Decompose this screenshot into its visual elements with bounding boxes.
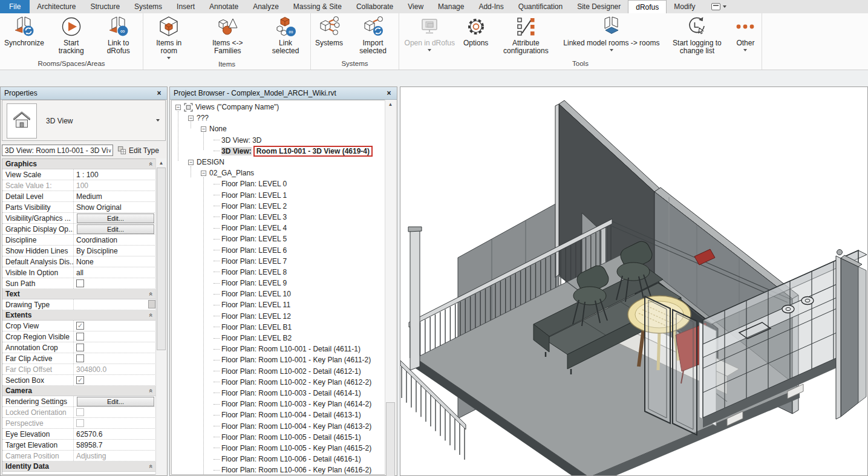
items-families-button[interactable]: Items <-> Families: [194, 15, 261, 56]
tree-item[interactable]: Floor Plan: LEVEL 4: [172, 223, 385, 233]
property-value[interactable]: Adjusting: [74, 451, 156, 461]
checkbox-checked[interactable]: ✓: [76, 322, 84, 330]
other-button[interactable]: Other: [730, 15, 760, 52]
tab-site-designer[interactable]: Site Designer: [570, 0, 628, 13]
properties-panel-header[interactable]: Properties ×: [1, 87, 167, 100]
tree-item[interactable]: Floor Plan: LEVEL 12: [172, 311, 385, 322]
edit-button[interactable]: Edit...: [77, 214, 154, 223]
tab-architecture[interactable]: Architecture: [30, 0, 83, 13]
tab-insert[interactable]: Insert: [169, 0, 202, 13]
tree-item[interactable]: Floor Plan: LEVEL 3: [172, 212, 385, 223]
tab-view[interactable]: View: [400, 0, 431, 13]
tree-item[interactable]: Floor Plan: LEVEL 8: [172, 267, 385, 278]
checkbox-unchecked[interactable]: [76, 333, 84, 341]
tree-expander[interactable]: −: [188, 160, 194, 165]
property-value[interactable]: 1 : 100: [74, 169, 156, 180]
property-value[interactable]: By Discipline: [74, 246, 156, 256]
checkbox-unchecked[interactable]: [76, 279, 84, 287]
scrollbar-thumb[interactable]: [157, 168, 166, 350]
tree-item[interactable]: −Views ("Company Name"): [172, 102, 385, 112]
tab-drofus[interactable]: dRofus: [628, 0, 667, 13]
property-value[interactable]: Show Original: [74, 202, 156, 212]
tree-item[interactable]: Floor Plan: LEVEL 2: [172, 201, 385, 212]
property-value[interactable]: Coordination: [74, 235, 156, 245]
property-value[interactable]: Medium: [74, 191, 156, 201]
tree-item[interactable]: Floor Plan: Room L10-001 - Key Plan (461…: [172, 354, 385, 365]
tree-item[interactable]: Floor Plan: LEVEL B2: [172, 333, 385, 344]
checkbox-unchecked[interactable]: [76, 344, 84, 351]
property-value[interactable]: Edit...: [74, 213, 156, 223]
tab-quantification[interactable]: Quantification: [511, 0, 570, 13]
options-button[interactable]: Options: [459, 15, 492, 48]
tree-item[interactable]: Floor Plan: LEVEL 1: [172, 190, 385, 201]
tab-massing-site[interactable]: Massing & Site: [286, 0, 349, 13]
tab-manage[interactable]: Manage: [431, 0, 471, 13]
section-header-camera[interactable]: Camera«: [2, 386, 156, 396]
systems-button[interactable]: Systems: [311, 15, 347, 48]
property-value[interactable]: [74, 418, 156, 428]
tree-item[interactable]: −None: [172, 123, 385, 134]
property-value[interactable]: 62570.6: [74, 429, 156, 439]
tree-item[interactable]: Floor Plan: Room L10-001 - Detail (4611-…: [172, 344, 385, 354]
tab-file[interactable]: File: [0, 0, 30, 13]
type-selector[interactable]: 3D View: [2, 100, 166, 141]
tab-add-ins[interactable]: Add-Ins: [471, 0, 511, 13]
section-header-identity-data[interactable]: Identity Data«: [2, 461, 156, 472]
tree-expander[interactable]: −: [188, 116, 194, 121]
property-value[interactable]: 304800.0: [74, 364, 156, 374]
property-value[interactable]: Edit...: [74, 396, 156, 406]
instance-combo[interactable]: 3D View: Room L10-001 - 3D Vi ∨: [2, 145, 113, 156]
property-value[interactable]: ✓: [74, 321, 156, 331]
tree-item[interactable]: Floor Plan: Room L10-002 - Detail (4612-…: [172, 366, 385, 377]
import-selected-button[interactable]: Import selected: [347, 15, 399, 56]
property-value[interactable]: 100: [74, 180, 156, 191]
tree-item[interactable]: Floor Plan: LEVEL B1: [172, 322, 385, 333]
checkbox-unchecked[interactable]: [76, 419, 84, 427]
property-value[interactable]: [74, 342, 156, 353]
items-in-room-button[interactable]: Items in room: [143, 15, 194, 60]
edit-type-button[interactable]: Edit Type: [117, 146, 159, 155]
tree-item[interactable]: −02_GA_Plans: [172, 168, 385, 178]
close-icon[interactable]: ×: [385, 89, 393, 97]
scroll-up-icon[interactable]: ▲: [385, 100, 396, 108]
project-browser-scrollbar[interactable]: ▲: [385, 100, 396, 475]
3d-room-view[interactable]: [400, 86, 868, 476]
attribute-configurations-button[interactable]: Attribute configurations: [492, 15, 559, 56]
property-value[interactable]: [74, 407, 156, 417]
project-browser-header[interactable]: Project Browser - Complex_Model_ARCH_Wik…: [170, 87, 397, 100]
tree-item[interactable]: Floor Plan: Room L10-006 - Key Plan (461…: [172, 465, 385, 475]
section-header-text[interactable]: Text«: [2, 289, 156, 299]
tree-item[interactable]: Floor Plan: LEVEL 10: [172, 289, 385, 299]
tab-systems[interactable]: Systems: [127, 0, 169, 13]
tree-item[interactable]: Floor Plan: Room L10-003 - Key Plan (461…: [172, 399, 385, 409]
tree-item[interactable]: −???: [172, 112, 385, 123]
tab-annotate[interactable]: Annotate: [202, 0, 246, 13]
synchronize-button[interactable]: Synchronize: [0, 15, 48, 48]
tree-item[interactable]: Floor Plan: LEVEL 9: [172, 278, 385, 289]
property-value[interactable]: [74, 278, 156, 289]
edit-button[interactable]: Edit...: [77, 224, 154, 234]
properties-scrollbar[interactable]: ▲: [155, 158, 166, 475]
tree-item[interactable]: Floor Plan: LEVEL 5: [172, 233, 385, 244]
tab-analyze[interactable]: Analyze: [246, 0, 286, 13]
tree-item[interactable]: Floor Plan: LEVEL 7: [172, 256, 385, 267]
tab-structure[interactable]: Structure: [83, 0, 127, 13]
property-value[interactable]: Edit...: [74, 224, 156, 234]
property-value[interactable]: None: [74, 256, 156, 267]
start-tracking-button[interactable]: Start tracking: [48, 15, 94, 56]
property-value[interactable]: [74, 299, 156, 310]
scroll-up-icon[interactable]: ▲: [156, 158, 166, 167]
ribbon-toggle-button[interactable]: [711, 0, 726, 13]
tree-item[interactable]: Floor Plan: Room L10-005 - Detail (4615-…: [172, 432, 385, 443]
checkbox-checked[interactable]: ✓: [76, 376, 84, 384]
tree-item[interactable]: 3D View:Room L10-001 - 3D View (4619-4): [172, 146, 385, 157]
tab-modify[interactable]: Modify: [667, 0, 702, 13]
start-logging-to-change-list-button[interactable]: Start logging to change list: [664, 15, 730, 56]
link-to-drofus-button[interactable]: ∞Link to dRofus: [94, 15, 143, 56]
tree-item[interactable]: Floor Plan: Room L10-005 - Key Plan (461…: [172, 443, 385, 454]
tree-item[interactable]: Floor Plan: LEVEL 0: [172, 178, 385, 189]
checkbox-unchecked[interactable]: [76, 408, 84, 416]
tree-expander[interactable]: −: [201, 126, 206, 132]
tree-item[interactable]: Floor Plan: LEVEL 11: [172, 299, 385, 310]
property-value[interactable]: ✓: [74, 375, 156, 385]
